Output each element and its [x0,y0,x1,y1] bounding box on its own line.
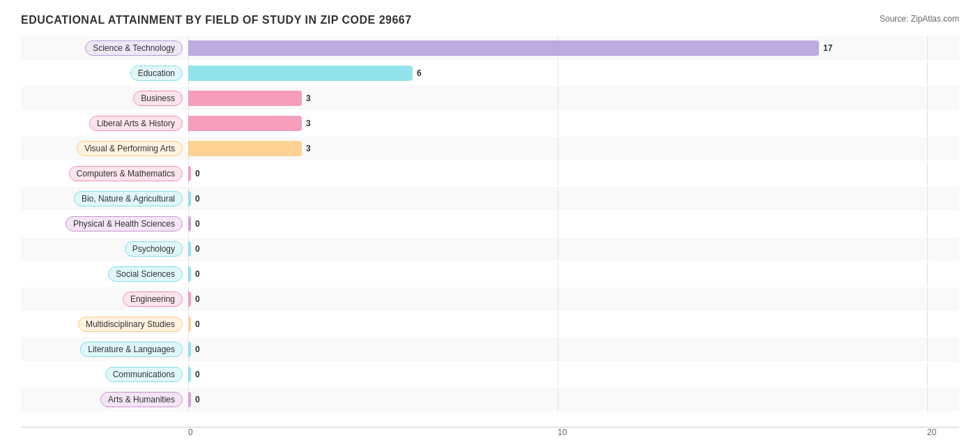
bar-value: 0 [195,395,200,404]
bar-track: 0 [188,363,959,386]
bar-fill [188,291,191,307]
bar-label: Social Sciences [21,262,188,286]
bar-row: Visual & Performing Arts3 [21,137,959,160]
bar-label: Liberal Arts & History [21,112,188,135]
bar-label: Arts & Humanities [21,388,188,411]
bar-row: Computers & Mathematics0 [21,162,959,185]
bar-track: 0 [188,187,959,211]
bar-track: 0 [188,212,959,236]
bar-label: Science & Technology [21,36,188,60]
bar-value: 0 [195,244,200,254]
bar-fill [188,191,191,206]
bar-fill [188,40,819,56]
bar-value: 0 [195,344,200,354]
bar-value: 0 [195,219,200,229]
bar-fill [188,66,413,81]
bar-row: Education6 [21,61,959,85]
bar-fill [188,91,302,106]
bar-label: Literature & Languages [21,337,188,361]
x-axis: 01020 [188,427,959,440]
bar-value: 0 [195,294,200,304]
bar-value: 0 [195,269,200,279]
bar-fill [188,241,191,257]
bar-fill [188,367,191,382]
bar-track: 0 [188,388,959,411]
bar-row: Multidisciplinary Studies0 [21,312,959,336]
bar-track: 0 [188,312,959,336]
x-axis-tick: 10 [558,427,567,437]
bar-label: Multidisciplinary Studies [21,312,188,336]
bar-track: 6 [188,61,959,85]
x-axis-tick: 20 [927,427,936,437]
bar-label: Engineering [21,287,188,311]
chart-area: Science & Technology17Education6Business… [21,36,959,427]
bar-fill [188,317,191,332]
bar-row: Psychology0 [21,237,959,261]
bar-row: Engineering0 [21,287,959,311]
bar-track: 0 [188,262,959,286]
bar-track: 0 [188,337,959,361]
bar-value: 0 [195,169,200,179]
bar-row: Communications0 [21,363,959,386]
bar-row: Social Sciences0 [21,262,959,286]
bar-value: 0 [195,370,200,379]
bar-row: Science & Technology17 [21,36,959,60]
bar-track: 0 [188,237,959,261]
bar-value: 17 [823,43,832,53]
bar-track: 3 [188,137,959,160]
bar-value: 3 [306,93,311,103]
bar-row: Arts & Humanities0 [21,388,959,411]
bar-label: Computers & Mathematics [21,162,188,185]
bar-track: 17 [188,36,959,60]
bar-track: 0 [188,162,959,185]
bar-track: 3 [188,112,959,135]
chart-title: EDUCATIONAL ATTAINMENT BY FIELD OF STUDY… [21,14,412,26]
bar-value: 3 [306,144,311,153]
bar-fill [188,166,191,181]
bar-fill [188,141,302,156]
bar-fill [188,392,191,407]
bar-row: Bio, Nature & Agricultural0 [21,187,959,211]
bar-label: Business [21,86,188,110]
bar-row: Literature & Languages0 [21,337,959,361]
bar-track: 0 [188,287,959,311]
bar-row: Liberal Arts & History3 [21,112,959,135]
bar-track: 3 [188,86,959,110]
source-label: Source: ZipAtlas.com [880,14,959,24]
bar-label: Psychology [21,237,188,261]
bar-value: 6 [417,68,422,78]
bar-value: 3 [306,119,311,128]
bar-fill [188,266,191,282]
bar-row: Business3 [21,86,959,110]
chart-container: Science & Technology17Education6Business… [21,36,959,440]
bar-row: Physical & Health Sciences0 [21,212,959,236]
bar-fill [188,216,191,232]
x-axis-tick: 0 [188,427,193,437]
bar-fill [188,116,302,131]
bar-label: Education [21,61,188,85]
bar-value: 0 [195,319,200,329]
bar-label: Physical & Health Sciences [21,212,188,236]
bar-label: Visual & Performing Arts [21,137,188,160]
bar-value: 0 [195,194,200,204]
bar-label: Communications [21,363,188,386]
bar-label: Bio, Nature & Agricultural [21,187,188,211]
bar-fill [188,342,191,357]
